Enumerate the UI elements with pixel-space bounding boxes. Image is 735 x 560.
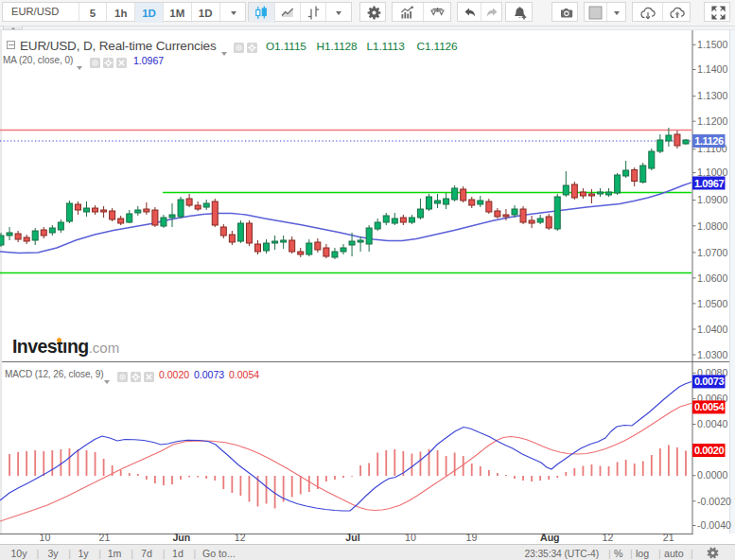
svg-text:1.1300: 1.1300 bbox=[697, 90, 728, 101]
svg-text:1.1126: 1.1126 bbox=[694, 135, 724, 147]
svg-text:0.0040: 0.0040 bbox=[697, 418, 728, 429]
svg-text:1.1500: 1.1500 bbox=[697, 39, 728, 50]
svg-text:1.0300: 1.0300 bbox=[697, 349, 728, 360]
svg-text:1.0700: 1.0700 bbox=[697, 247, 728, 258]
svg-text:1.1400: 1.1400 bbox=[697, 63, 728, 75]
svg-text:Jul: Jul bbox=[345, 532, 359, 543]
svg-text:1.0500: 1.0500 bbox=[697, 298, 728, 309]
svg-text:1.0400: 1.0400 bbox=[697, 324, 728, 335]
svg-text:1.0967: 1.0967 bbox=[694, 178, 725, 189]
svg-text:1.0900: 1.0900 bbox=[697, 194, 728, 205]
svg-text:19: 19 bbox=[466, 532, 478, 543]
svg-text:1.0600: 1.0600 bbox=[697, 272, 728, 284]
svg-text:1.1200: 1.1200 bbox=[697, 115, 728, 127]
svg-text:0.0073: 0.0073 bbox=[694, 376, 725, 387]
svg-text:12: 12 bbox=[235, 532, 246, 543]
svg-text:-0.0040: -0.0040 bbox=[697, 519, 731, 531]
svg-text:0.0020: 0.0020 bbox=[694, 445, 725, 456]
svg-text:21: 21 bbox=[663, 532, 674, 543]
svg-text:0.0000: 0.0000 bbox=[697, 469, 728, 481]
svg-text:10: 10 bbox=[405, 532, 416, 543]
svg-text:-0.0020: -0.0020 bbox=[697, 496, 731, 507]
svg-text:21: 21 bbox=[99, 532, 111, 543]
svg-text:0.0054: 0.0054 bbox=[694, 401, 726, 412]
svg-text:Jun: Jun bbox=[172, 532, 190, 543]
svg-text:10: 10 bbox=[40, 532, 51, 543]
svg-text:1.0800: 1.0800 bbox=[697, 220, 728, 232]
svg-text:Aug: Aug bbox=[540, 532, 560, 543]
svg-text:12: 12 bbox=[603, 532, 614, 543]
